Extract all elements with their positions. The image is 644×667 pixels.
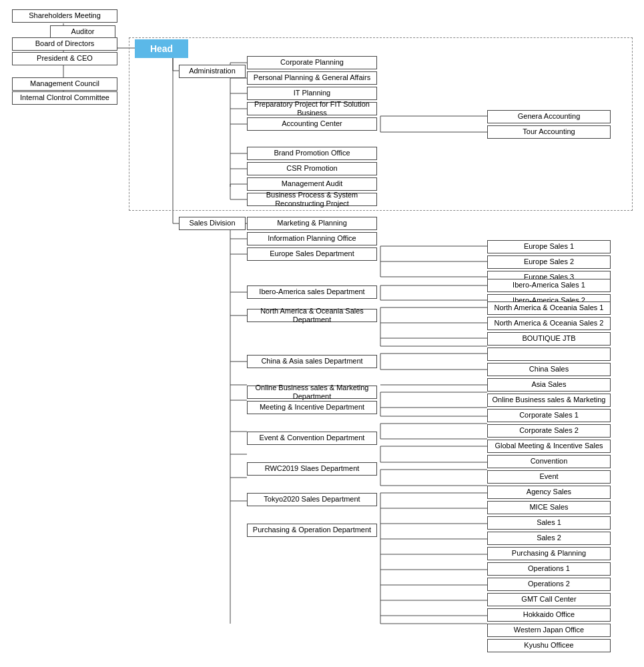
convention-box: Convention bbox=[487, 455, 611, 468]
info-planning-label: Information Planning Office bbox=[268, 234, 356, 243]
personal-planning-label: Personal Planning & General Affairs bbox=[254, 73, 370, 82]
general-accounting-box: Genera Accounting bbox=[487, 110, 611, 123]
corporate-sales-1-label: Corporate Sales 1 bbox=[519, 411, 579, 420]
kyushu-label: Kyushu Officee bbox=[524, 641, 573, 650]
hokkaido-label: Hokkaido Office bbox=[523, 610, 575, 619]
operations-1-box: Operations 1 bbox=[487, 562, 611, 576]
kyushu-box: Kyushu Officee bbox=[487, 639, 611, 652]
china-sales-label: China Sales bbox=[529, 365, 569, 374]
board-of-directors-label: Board of Directors bbox=[35, 39, 95, 48]
tour-accounting-box: Tour Accounting bbox=[487, 125, 611, 139]
shareholders-meeting-label: Shareholders Meeting bbox=[29, 11, 101, 20]
ibero-sales-1-label: Ibero-America Sales 1 bbox=[513, 281, 585, 289]
global-meeting-label: Global Meeting & Incentive Sales bbox=[495, 442, 603, 450]
corporate-planning-box: Corporate Planning bbox=[247, 56, 377, 69]
asia-sales-label: Asia Sales bbox=[532, 380, 567, 389]
boutique-jtb-box: BOUTIQUE JTB bbox=[487, 332, 611, 346]
sales-1-label: Sales 1 bbox=[537, 518, 561, 527]
tour-accounting-label: Tour Accounting bbox=[523, 127, 575, 136]
president-ceo-box: President & CEO bbox=[12, 52, 117, 65]
administration-label: Administration bbox=[189, 67, 236, 75]
brand-promotion-label: Brand Promotion Office bbox=[274, 149, 350, 157]
ibero-sales-1-box: Ibero-America Sales 1 bbox=[487, 279, 611, 292]
sales-division-label: Sales Division bbox=[189, 219, 235, 227]
mice-sales-label: MICE Sales bbox=[529, 503, 568, 512]
president-ceo-label: President & CEO bbox=[37, 54, 93, 63]
preparatory-box: Preparatory Project for FIT Solution Bus… bbox=[247, 102, 377, 115]
accounting-center-label: Accounting Center bbox=[282, 119, 342, 128]
sales-division-box: Sales Division bbox=[179, 217, 246, 230]
purchasing-dept-label: Purchasing & Operation Department bbox=[253, 526, 371, 534]
mice-sales-box: MICE Sales bbox=[487, 501, 611, 514]
online-sales-label: Online Business sales & Marketing bbox=[493, 396, 606, 404]
north-america-dept-box: North America & Oceania Sales Department bbox=[247, 309, 377, 322]
general-accounting-label: Genera Accounting bbox=[518, 112, 581, 121]
management-council-label: Management Council bbox=[30, 79, 99, 88]
preparatory-label: Preparatory Project for FIT Solution Bus… bbox=[251, 100, 373, 117]
western-japan-label: Western Japan Office bbox=[514, 626, 584, 634]
info-planning-box: Information Planning Office bbox=[247, 232, 377, 245]
operations-1-label: Operations 1 bbox=[528, 564, 570, 573]
europe-sales-dept-label: Europe Sales Department bbox=[270, 249, 354, 258]
europe-sales-dept-box: Europe Sales Department bbox=[247, 247, 377, 261]
north-america-dept-label: North America & Oceania Sales Department bbox=[251, 307, 373, 324]
purchasing-dept-box: Purchasing & Operation Department bbox=[247, 524, 377, 537]
china-asia-dept-box: China & Asia sales Department bbox=[247, 355, 377, 368]
event-dept-box: Event & Convention Department bbox=[247, 432, 377, 445]
purchasing-planning-box: Purchasing & Planning bbox=[487, 547, 611, 560]
board-of-directors-box: Board of Directors bbox=[12, 37, 117, 51]
china-sales-box: China Sales bbox=[487, 363, 611, 376]
csr-promotion-label: CSR Promotion bbox=[286, 164, 337, 173]
org-chart: Shareholders Meeting Auditor Board of Di… bbox=[0, 0, 641, 667]
agency-sales-box: Agency Sales bbox=[487, 486, 611, 499]
marketing-planning-box: Marketing & Planning bbox=[247, 217, 377, 230]
rwc-dept-label: RWC2019 Slaes Department bbox=[265, 464, 360, 473]
corporate-planning-label: Corporate Planning bbox=[280, 58, 344, 67]
cruse-box2 bbox=[487, 348, 611, 361]
auditor-label: Auditor bbox=[71, 27, 95, 36]
marketing-planning-label: Marketing & Planning bbox=[277, 219, 347, 227]
gmt-call-box: GMT Call Center bbox=[487, 593, 611, 606]
event-dept-label: Event & Convention Department bbox=[260, 434, 365, 442]
internal-control-label: Internal Clontrol Committee bbox=[20, 93, 109, 102]
online-dept-box: Online Business sales & Marketing Depart… bbox=[247, 386, 377, 399]
tokyo-dept-box: Tokyo2020 Sales Department bbox=[247, 493, 377, 506]
it-planning-box: IT Planning bbox=[247, 87, 377, 100]
tokyo-dept-label: Tokyo2020 Sales Department bbox=[264, 495, 360, 504]
business-process-label: Business Process & System Reconstructing… bbox=[251, 191, 373, 208]
sales-2-label: Sales 2 bbox=[537, 534, 561, 542]
north-america-1-label: North America & Oceania Sales 1 bbox=[495, 303, 604, 312]
business-process-box: Business Process & System Reconstructing… bbox=[247, 193, 377, 206]
auditor-box: Auditor bbox=[50, 25, 115, 39]
sales-1-box: Sales 1 bbox=[487, 516, 611, 530]
administration-box: Administration bbox=[179, 65, 246, 78]
meeting-dept-label: Meeting & Incentive Department bbox=[260, 403, 364, 412]
operations-2-box: Operations 2 bbox=[487, 578, 611, 591]
event-label: Event bbox=[539, 472, 558, 481]
north-america-2-label: North America & Oceania Sales 2 bbox=[495, 319, 604, 327]
europe-sales-2-box: Europe Sales 2 bbox=[487, 255, 611, 269]
purchasing-planning-label: Purchasing & Planning bbox=[512, 549, 586, 558]
corporate-sales-2-box: Corporate Sales 2 bbox=[487, 424, 611, 438]
event-box: Event bbox=[487, 470, 611, 484]
internal-control-box: Internal Clontrol Committee bbox=[12, 91, 117, 105]
global-meeting-box: Global Meeting & Incentive Sales bbox=[487, 440, 611, 453]
online-sales-box: Online Business sales & Marketing bbox=[487, 394, 611, 407]
shareholders-meeting-box: Shareholders Meeting bbox=[12, 9, 117, 23]
chart-container: Shareholders Meeting Auditor Board of Di… bbox=[7, 7, 641, 660]
management-audit-label: Management Audit bbox=[282, 179, 343, 188]
operations-2-label: Operations 2 bbox=[528, 580, 570, 588]
western-japan-box: Western Japan Office bbox=[487, 624, 611, 637]
north-america-2-box: North America & Oceania Sales 2 bbox=[487, 317, 611, 330]
it-planning-label: IT Planning bbox=[294, 89, 330, 97]
brand-promotion-box: Brand Promotion Office bbox=[247, 147, 377, 160]
sales-2-box: Sales 2 bbox=[487, 532, 611, 545]
rwc-dept-box: RWC2019 Slaes Department bbox=[247, 462, 377, 476]
asia-sales-box: Asia Sales bbox=[487, 378, 611, 392]
management-council-box: Management Council bbox=[12, 77, 117, 91]
online-dept-label: Online Business sales & Marketing Depart… bbox=[251, 384, 373, 401]
europe-sales-2-label: Europe Sales 2 bbox=[524, 257, 574, 266]
accounting-center-box: Accounting Center bbox=[247, 117, 377, 131]
europe-sales-1-box: Europe Sales 1 bbox=[487, 240, 611, 253]
china-asia-dept-label: China & Asia sales Department bbox=[261, 357, 362, 366]
